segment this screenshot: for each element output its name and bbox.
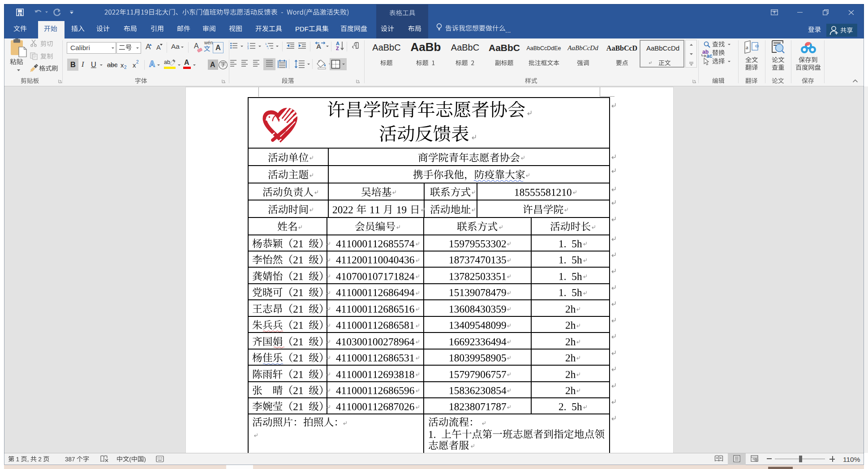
- svg-text:3: 3: [247, 47, 249, 49]
- svg-text:a: a: [746, 44, 748, 51]
- svg-text:i: i: [268, 47, 268, 49]
